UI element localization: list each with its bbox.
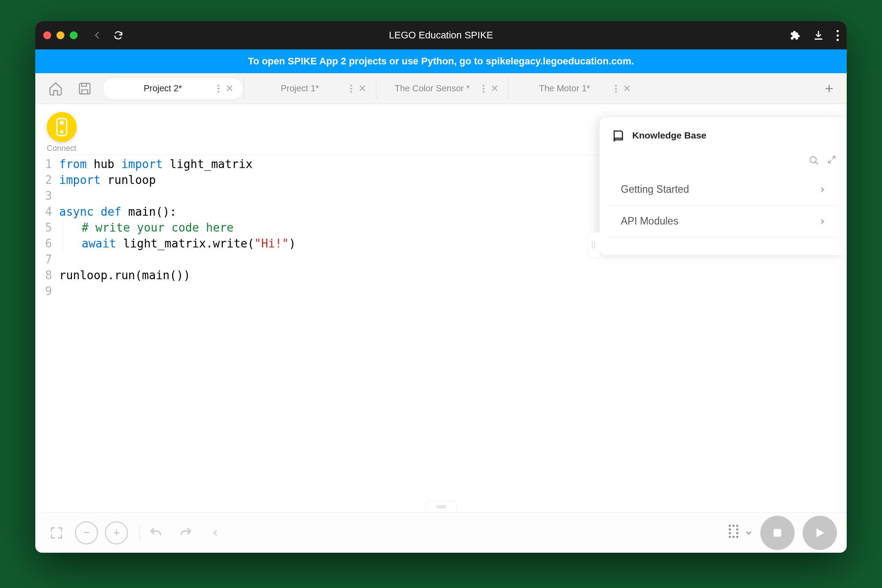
line-gutter: 123456789 [35,155,56,512]
back-button[interactable] [93,30,102,40]
tab-color-sensor[interactable]: The Color Sensor * ✕ [376,78,508,100]
extensions-icon[interactable] [789,30,800,41]
chevron-right-icon [819,187,826,193]
legacy-banner: To open SPIKE App 2 projects or use Pyth… [35,49,847,73]
kb-item-api-modules[interactable]: API Modules [608,206,838,237]
svg-rect-11 [736,532,738,534]
svg-rect-6 [732,524,734,526]
window-controls [43,31,78,39]
chevron-right-icon [819,218,826,225]
svg-rect-13 [732,536,734,538]
home-button[interactable] [44,77,67,100]
tab-menu-icon[interactable] [350,85,352,93]
tab-menu-icon[interactable] [483,85,484,93]
tab-label: Project 1* [254,83,346,94]
bottom-toolbar: − + [35,512,847,553]
search-icon[interactable] [809,155,819,166]
tab-label: The Motor 1* [518,83,611,94]
step-back-button[interactable] [204,521,227,544]
add-tab-button[interactable]: + [820,80,838,97]
close-tab-icon[interactable]: ✕ [623,84,631,94]
tabstrip: Project 2* ✕ Project 1* ✕ The Color Sens… [35,73,847,104]
window-title: LEGO Education SPIKE [389,30,493,41]
svg-rect-9 [736,528,738,530]
svg-rect-8 [729,528,731,530]
maximize-window-button[interactable] [70,31,78,39]
console-drag-handle[interactable] [425,501,457,512]
svg-rect-5 [729,524,731,526]
more-menu-icon[interactable] [837,30,839,41]
reload-button[interactable] [113,30,124,41]
redo-button[interactable] [174,521,197,544]
kb-item-getting-started[interactable]: Getting Started [608,174,838,206]
tab-label: Project 2* [113,83,213,94]
tab-project-2[interactable]: Project 2* ✕ [102,78,244,100]
kb-item-label: Getting Started [621,184,689,195]
slot-selector[interactable] [728,524,752,542]
play-button[interactable] [803,516,837,550]
book-icon [612,129,625,142]
titlebar: LEGO Education SPIKE [35,21,847,49]
svg-rect-15 [773,529,781,536]
minimize-window-button[interactable] [56,31,64,39]
svg-rect-12 [729,536,731,538]
stop-button[interactable] [760,516,795,550]
svg-rect-10 [729,532,731,534]
workspace: Connect 123456789 from hub import light_… [35,104,847,553]
tab-label: The Color Sensor * [386,83,478,94]
close-window-button[interactable] [43,31,51,39]
svg-point-2 [60,121,64,124]
tab-the-motor-1[interactable]: The Motor 1* ✕ [508,78,641,100]
svg-point-3 [61,131,63,133]
tabs: Project 2* ✕ Project 1* ✕ The Color Sens… [102,78,820,100]
tab-menu-icon[interactable] [218,85,219,93]
fullscreen-button[interactable] [45,521,68,544]
svg-point-4 [810,157,816,163]
zoom-out-button[interactable]: − [75,521,98,544]
svg-rect-7 [736,524,738,526]
svg-rect-0 [79,83,90,94]
panel-collapse-handle[interactable]: || [587,232,600,258]
tab-project-1[interactable]: Project 1* ✕ [244,78,376,100]
knowledge-base-panel: || Knowledge Base Getting Started [600,117,847,255]
close-tab-icon[interactable]: ✕ [491,84,499,94]
close-tab-icon[interactable]: ✕ [358,84,366,94]
save-button[interactable] [73,77,96,100]
connect-hub-button[interactable] [47,112,77,142]
expand-icon[interactable] [827,155,836,166]
app-window: LEGO Education SPIKE To open SPIKE App 2… [35,21,847,553]
kb-title: Knowledge Base [632,130,706,141]
code-content[interactable]: from hub import light_matriximport runlo… [56,155,296,512]
download-icon[interactable] [813,30,824,41]
chevron-down-icon [745,529,752,536]
close-tab-icon[interactable]: ✕ [225,84,233,94]
kb-item-label: API Modules [621,215,678,227]
tab-menu-icon[interactable] [615,85,617,93]
zoom-in-button[interactable]: + [105,521,128,544]
svg-rect-14 [736,536,738,538]
undo-button[interactable] [144,521,167,544]
